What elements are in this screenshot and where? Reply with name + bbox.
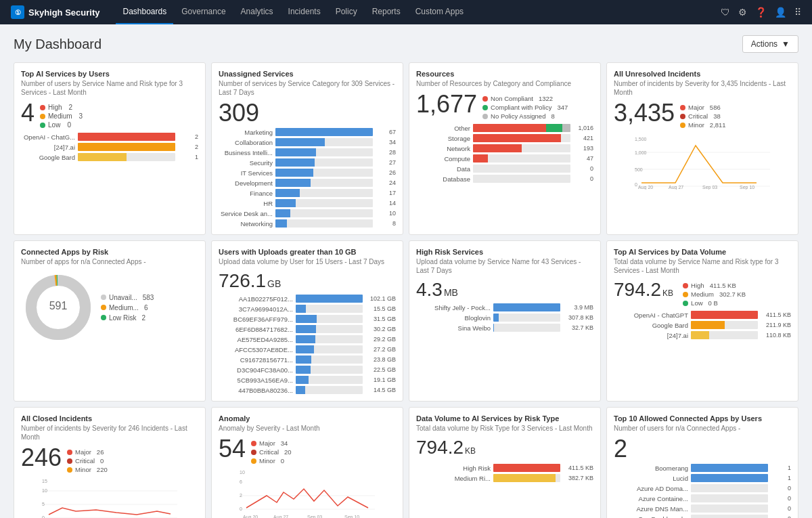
help-icon[interactable]: ❓ bbox=[755, 7, 767, 18]
page-header: My Dashboard Actions ▼ bbox=[14, 35, 798, 53]
card-subtitle: Total data volume by Service Name and Ri… bbox=[614, 257, 791, 275]
svg-text:Aug 20: Aug 20 bbox=[638, 185, 653, 190]
card-connected-apps-risk: Connected Apps by Risk Number of apps fo… bbox=[14, 240, 206, 402]
card-title: Top AI Services by Users bbox=[21, 70, 198, 78]
svg-text:Aug 27: Aug 27 bbox=[669, 185, 683, 190]
gear-icon[interactable]: ⚙ bbox=[738, 7, 747, 18]
svg-text:10: 10 bbox=[42, 488, 47, 493]
card-subtitle: Upload data volume by User for 15 Users … bbox=[219, 257, 396, 266]
card-title: Anomaly bbox=[219, 414, 396, 423]
bars-container: Marketing67 Collaboration34 Business Int… bbox=[219, 128, 396, 228]
card-subtitle: Number of apps for n/a Connected Apps - bbox=[21, 257, 198, 266]
nav-links: Dashboards Governance Analytics Incident… bbox=[116, 0, 721, 24]
big-number: 4.3 bbox=[416, 279, 443, 301]
donut-chart: 591 bbox=[21, 270, 95, 345]
svg-text:6: 6 bbox=[240, 479, 242, 484]
card-top-ai-users: Top AI Services by Users Number of users… bbox=[14, 62, 206, 235]
svg-text:Aug 20: Aug 20 bbox=[243, 515, 258, 518]
grid-icon[interactable]: ⠿ bbox=[794, 7, 801, 18]
brand-logo[interactable]: ① Skyhigh Security bbox=[11, 5, 99, 19]
actions-button[interactable]: Actions ▼ bbox=[742, 35, 798, 53]
card-all-unresolved: All Unresolved Incidents Number of incid… bbox=[606, 62, 798, 235]
svg-text:Aug 27: Aug 27 bbox=[273, 515, 288, 518]
legend-high: High2 bbox=[40, 104, 83, 111]
svg-text:591: 591 bbox=[49, 300, 68, 311]
line-chart: Aug 20 Aug 27 Sep 03 Sep 10 10 6 2 0 bbox=[219, 469, 396, 518]
svg-text:Sep 10: Sep 10 bbox=[344, 515, 359, 518]
card-title: Connected Apps by Risk bbox=[21, 248, 198, 256]
card-high-risk-services: High Risk Services Upload data volume by… bbox=[409, 240, 601, 402]
user-icon[interactable]: 👤 bbox=[775, 7, 786, 18]
card-users-uploads: Users with Uploads greater than 10 GB Up… bbox=[211, 240, 403, 402]
big-number: 3,435 bbox=[614, 101, 675, 125]
bar-row: OpenAI - ChatG... 2 bbox=[21, 133, 198, 141]
card-subtitle: Number of Resources by Category and Comp… bbox=[416, 79, 593, 88]
chevron-down-icon: ▼ bbox=[782, 39, 790, 49]
nav-icons: 🛡 ⚙ ❓ 👤 ⠿ bbox=[721, 7, 801, 18]
svg-text:0: 0 bbox=[635, 182, 637, 187]
big-number: 4 bbox=[21, 101, 35, 125]
legend-medium: Medium3 bbox=[40, 112, 83, 120]
dashboard-grid: Top AI Services by Users Number of users… bbox=[14, 62, 798, 518]
nav-custom-apps[interactable]: Custom Apps bbox=[409, 0, 470, 24]
bars-container: High Risk411.5 KB Medium Ri...382.7 KB bbox=[416, 464, 593, 482]
shield-icon[interactable]: 🛡 bbox=[721, 7, 730, 18]
card-header-row: 4 High2 Medium3 Low0 bbox=[21, 101, 198, 129]
bars-container: OpenAI - ChatGPT411.5 KB Google Bard211.… bbox=[614, 311, 791, 339]
card-subtitle: Anomaly by Severity - Last Month bbox=[219, 424, 396, 433]
big-number: 2 bbox=[614, 437, 791, 461]
card-title: Top 10 Allowed Connected Apps by Users bbox=[614, 414, 791, 423]
svg-text:5: 5 bbox=[42, 502, 45, 506]
card-title: Data Volume to AI Services by Risk Type bbox=[416, 414, 593, 423]
brand-icon: ① bbox=[11, 5, 24, 19]
card-title: Top AI Services by Data Volume bbox=[614, 248, 791, 256]
svg-text:Sep 03: Sep 03 bbox=[307, 515, 322, 518]
nav-policy[interactable]: Policy bbox=[329, 0, 364, 24]
big-number: 726.1 bbox=[219, 270, 266, 292]
nav-incidents[interactable]: Incidents bbox=[281, 0, 328, 24]
big-unit: MB bbox=[444, 287, 458, 298]
bars-container: AA1B02275F012...102.1 GB 3C7A96994012A..… bbox=[219, 295, 396, 394]
card-title: Unassigned Services bbox=[219, 70, 396, 78]
card-anomaly: Anomaly Anomaly by Severity - Last Month… bbox=[211, 407, 403, 518]
big-number: 794.2 bbox=[614, 279, 661, 301]
nav-governance[interactable]: Governance bbox=[175, 0, 232, 24]
card-subtitle: Total data volume by Risk Type for 3 Ser… bbox=[416, 424, 593, 433]
svg-text:500: 500 bbox=[635, 167, 643, 172]
page-content: My Dashboard Actions ▼ Top AI Services b… bbox=[0, 24, 812, 518]
big-number: 794.2 bbox=[416, 437, 464, 458]
svg-text:0: 0 bbox=[42, 515, 45, 518]
card-title: All Closed Incidents bbox=[21, 414, 198, 423]
svg-text:15: 15 bbox=[42, 479, 47, 483]
card-subtitle: Number of users by Service Name and Risk… bbox=[21, 79, 198, 97]
svg-text:1,500: 1,500 bbox=[635, 137, 647, 142]
card-subtitle: Number of incidents by Severity for 3,43… bbox=[614, 79, 791, 97]
line-chart: Aug 20 Aug 27 Sep 03 Sep 10 1,500 1,000 … bbox=[614, 135, 791, 190]
bars-container: Shifty Jelly - Pock...3.9 MB Bloglovin30… bbox=[416, 303, 593, 332]
card-top-allowed-apps: Top 10 Allowed Connected Apps by Users N… bbox=[606, 407, 798, 518]
card-title: All Unresolved Incidents bbox=[614, 70, 791, 78]
bar-row: Google Bard 1 bbox=[21, 153, 198, 161]
svg-text:2: 2 bbox=[240, 493, 242, 498]
card-subtitle: Number of incidents by Severity for 246 … bbox=[21, 424, 198, 441]
svg-text:Sep 10: Sep 10 bbox=[740, 185, 754, 190]
bars-container: Boomerang1 Lucid1 Azure AD Doma...0 Azur… bbox=[614, 464, 791, 518]
card-resources: Resources Number of Resources by Categor… bbox=[409, 62, 601, 235]
big-number: 309 bbox=[219, 101, 396, 125]
legend-low: Low0 bbox=[40, 121, 83, 129]
card-data-volume-ai: Data Volume to AI Services by Risk Type … bbox=[409, 407, 601, 518]
svg-text:0: 0 bbox=[240, 506, 242, 511]
big-number: 246 bbox=[21, 446, 62, 470]
nav-dashboards[interactable]: Dashboards bbox=[116, 0, 173, 24]
nav-reports[interactable]: Reports bbox=[365, 0, 407, 24]
page-title: My Dashboard bbox=[14, 37, 102, 52]
big-unit: KB bbox=[662, 288, 673, 298]
big-number: 1,677 bbox=[416, 92, 477, 116]
svg-text:10: 10 bbox=[240, 470, 245, 475]
big-unit: KB bbox=[465, 446, 476, 456]
card-title: Users with Uploads greater than 10 GB bbox=[219, 248, 396, 256]
brand-name: Skyhigh Security bbox=[28, 7, 99, 18]
big-unit: GB bbox=[267, 278, 281, 289]
nav-analytics[interactable]: Analytics bbox=[234, 0, 280, 24]
card-unassigned-services: Unassigned Services Number of services b… bbox=[211, 62, 403, 235]
